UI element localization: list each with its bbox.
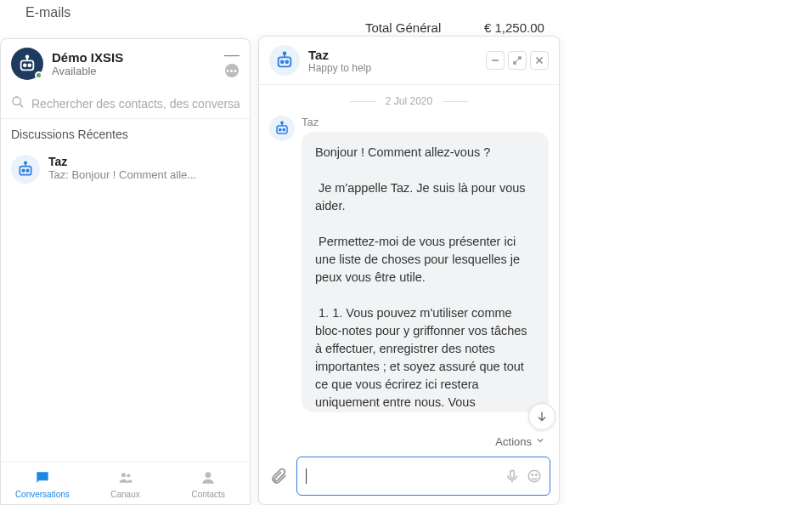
- attach-button[interactable]: [268, 465, 290, 487]
- bg-emails-label: E-mails: [25, 5, 70, 20]
- minimize-icon[interactable]: —: [224, 50, 240, 59]
- composer: [259, 451, 559, 504]
- svg-point-29: [281, 122, 283, 123]
- chat-header: Taz Happy to help: [259, 37, 559, 85]
- chat-window-controls: [486, 51, 549, 70]
- profile-avatar[interactable]: [11, 48, 43, 80]
- chat-title: Taz: [308, 48, 477, 62]
- profile-status: Available: [52, 65, 216, 77]
- svg-point-8: [22, 169, 25, 172]
- svg-point-33: [528, 470, 540, 482]
- expand-button[interactable]: [508, 51, 527, 70]
- message-bubble: Bonjour ! Comment allez-vous ? Je m'appe…: [302, 132, 549, 412]
- search-input[interactable]: [31, 97, 240, 111]
- svg-point-14: [206, 472, 211, 478]
- message-row: Taz Bonjour ! Comment allez-vous ? Je m'…: [269, 116, 549, 412]
- svg-point-19: [284, 52, 286, 54]
- sidebar-header-actions: — •••: [224, 50, 240, 77]
- chevron-down-icon: [535, 435, 545, 448]
- date-separator: 2 Jul 2020: [269, 95, 549, 107]
- bot-avatar-icon: [269, 116, 295, 141]
- chat-window: Taz Happy to help 2 Jul 2020 Taz Bonjour…: [258, 36, 560, 505]
- svg-point-9: [26, 169, 29, 172]
- svg-point-12: [121, 473, 126, 477]
- chat-body: 2 Jul 2020 Taz Bonjour ! Comment allez-v…: [259, 85, 559, 432]
- nav-conversations[interactable]: Conversations: [1, 462, 84, 504]
- svg-point-13: [127, 474, 130, 477]
- nav-channels[interactable]: Canaux: [84, 462, 167, 504]
- text-caret: [306, 468, 307, 484]
- contact-icon: [200, 469, 217, 488]
- conversation-text: Taz Taz: Bonjour ! Comment alle...: [48, 155, 240, 181]
- recent-section-title: Discussions Récentes: [1, 119, 250, 146]
- actions-dropdown[interactable]: Actions: [259, 432, 559, 451]
- profile-text: Démo IXSIS Available: [52, 50, 216, 77]
- svg-point-1: [24, 64, 26, 66]
- conversation-item[interactable]: Taz Taz: Bonjour ! Comment alle...: [1, 146, 250, 192]
- search-row[interactable]: [1, 88, 250, 119]
- svg-rect-15: [279, 57, 291, 66]
- search-icon: [11, 95, 25, 111]
- close-button[interactable]: [530, 51, 549, 70]
- conversation-preview: Taz: Bonjour ! Comment alle...: [48, 168, 240, 181]
- message-sender: Taz: [302, 116, 549, 128]
- actions-label: Actions: [495, 435, 532, 448]
- svg-point-27: [283, 128, 285, 130]
- chat-subtitle: Happy to help: [308, 62, 477, 74]
- svg-point-5: [13, 97, 20, 105]
- date-label: 2 Jul 2020: [386, 95, 432, 107]
- bg-total-value: € 1,250.00: [484, 20, 544, 35]
- status-online-icon: [35, 71, 42, 79]
- emoji-icon[interactable]: [526, 468, 543, 485]
- scroll-down-button[interactable]: [528, 403, 555, 430]
- sidebar-panel: Démo IXSIS Available — ••• Discussions R…: [0, 38, 251, 505]
- message-column: Taz Bonjour ! Comment allez-vous ? Je m'…: [302, 116, 549, 412]
- svg-point-35: [536, 474, 538, 476]
- svg-rect-31: [510, 470, 515, 478]
- chat-title-block: Taz Happy to help: [308, 48, 477, 74]
- more-icon[interactable]: •••: [225, 64, 239, 77]
- sidebar-header: Démo IXSIS Available — •••: [1, 39, 250, 88]
- message-input[interactable]: [312, 457, 499, 495]
- nav-label: Conversations: [15, 490, 70, 499]
- chat-bubble-icon: [34, 469, 51, 488]
- svg-point-26: [279, 128, 281, 130]
- svg-rect-0: [21, 60, 34, 70]
- message-input-box[interactable]: [296, 457, 550, 496]
- people-icon: [117, 469, 134, 488]
- nav-contacts[interactable]: Contacts: [166, 462, 250, 504]
- minimize-button[interactable]: [486, 51, 505, 70]
- svg-point-16: [281, 60, 284, 63]
- svg-rect-25: [277, 126, 287, 133]
- microphone-icon[interactable]: [504, 468, 521, 485]
- bg-total-label: Total Général: [365, 20, 441, 35]
- profile-name: Démo IXSIS: [52, 50, 216, 65]
- svg-point-2: [28, 64, 31, 66]
- svg-rect-7: [20, 167, 31, 175]
- bot-avatar-icon: [269, 45, 300, 76]
- input-icons: [504, 468, 543, 485]
- bot-avatar-icon: [11, 155, 40, 184]
- svg-point-34: [532, 474, 533, 476]
- svg-point-11: [25, 162, 27, 164]
- svg-point-4: [26, 55, 29, 58]
- svg-line-6: [20, 104, 23, 107]
- nav-label: Contacts: [191, 490, 224, 499]
- bottom-nav: Conversations Canaux Contacts: [1, 462, 250, 504]
- nav-label: Canaux: [110, 490, 139, 499]
- conversation-name: Taz: [48, 155, 240, 168]
- svg-point-17: [285, 60, 288, 63]
